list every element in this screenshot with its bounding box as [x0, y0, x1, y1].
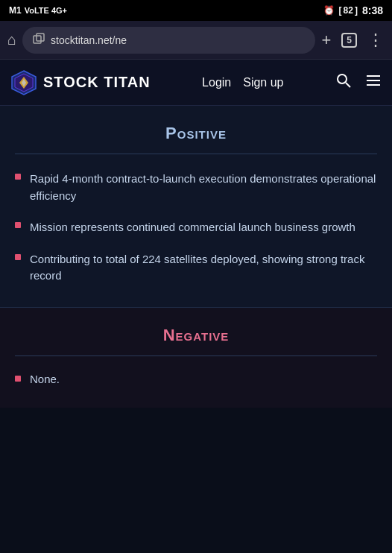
positive-bullet-3: Contributing to total of 224 satellites … — [30, 251, 377, 285]
logo-icon — [10, 69, 37, 96]
browser-chrome: ⌂ stocktitan.net/ne + 5 ⋮ — [0, 21, 392, 60]
bullet-marker — [15, 376, 21, 382]
list-item: Contributing to total of 224 satellites … — [15, 251, 377, 285]
new-tab-button[interactable]: + — [321, 31, 331, 50]
bullet-marker — [15, 222, 21, 228]
logo-text: STOCK TITAN — [43, 74, 151, 91]
menu-icon[interactable] — [365, 72, 382, 92]
content-area: Positive Rapid 4-month contract-to-launc… — [0, 106, 392, 553]
status-bar: M1 VoLTE 4G+ ⏰ [82] 8:38 — [0, 0, 392, 21]
svg-rect-1 — [37, 34, 44, 41]
alarm-icon: ⏰ — [323, 5, 335, 16]
address-bar-icon — [33, 33, 45, 47]
battery-indicator: [82] — [339, 5, 358, 16]
status-left: M1 VoLTE 4G+ — [9, 5, 67, 16]
negative-title: Negative — [15, 326, 377, 345]
positive-section: Positive Rapid 4-month contract-to-launc… — [0, 106, 392, 308]
signup-link[interactable]: Sign up — [243, 76, 283, 89]
list-item: Rapid 4-month contract-to-launch executi… — [15, 171, 377, 204]
negative-none: None. — [15, 373, 377, 385]
svg-line-5 — [346, 83, 350, 87]
positive-bullet-list: Rapid 4-month contract-to-launch executi… — [15, 171, 377, 285]
network-label: VoLTE 4G+ — [25, 6, 67, 15]
header-nav: Login Sign up — [202, 76, 283, 89]
login-link[interactable]: Login — [202, 76, 231, 89]
carrier-label: M1 — [9, 5, 22, 16]
negative-item-1: None. — [30, 373, 60, 385]
positive-divider — [15, 154, 377, 154]
search-icon[interactable] — [335, 72, 352, 92]
header-icons — [335, 72, 382, 92]
time-label: 8:38 — [362, 4, 383, 16]
negative-section: Negative None. — [0, 308, 392, 408]
browser-actions: + 5 ⋮ — [321, 31, 385, 50]
home-button[interactable]: ⌂ — [7, 31, 16, 48]
list-item: Mission represents continued commercial … — [15, 219, 377, 236]
more-options-button[interactable]: ⋮ — [367, 31, 385, 50]
bullet-marker — [15, 174, 21, 180]
status-right: ⏰ [82] 8:38 — [323, 4, 383, 16]
positive-title: Positive — [15, 124, 377, 143]
site-header: STOCK TITAN Login Sign up — [0, 60, 392, 106]
logo-area: STOCK TITAN — [10, 69, 151, 96]
svg-point-4 — [338, 75, 347, 83]
tab-count[interactable]: 5 — [341, 33, 357, 48]
address-text: stocktitan.net/ne — [51, 34, 127, 46]
positive-bullet-1: Rapid 4-month contract-to-launch executi… — [30, 171, 377, 204]
battery-level: 82 — [344, 5, 353, 16]
address-bar[interactable]: stocktitan.net/ne — [22, 27, 315, 54]
negative-divider — [15, 356, 377, 356]
svg-rect-0 — [34, 36, 41, 43]
positive-bullet-2: Mission represents continued commercial … — [30, 219, 355, 236]
bullet-marker — [15, 254, 21, 260]
